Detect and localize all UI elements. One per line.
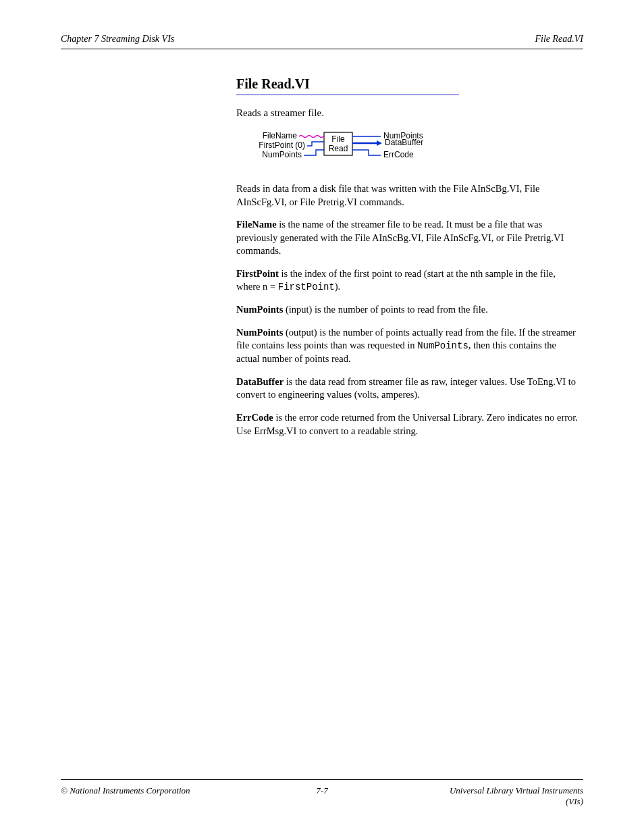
param-filename-desc: is the name of the streamer file to be r… — [236, 219, 564, 256]
param-errcode-name: ErrCode — [236, 412, 273, 423]
wire-numpoints-in — [304, 150, 324, 155]
header-left: Chapter 7 Streaming Disk VIs — [61, 34, 174, 45]
wire-errcode — [352, 150, 381, 155]
vi-diagram: File Read FileName FirstPoint (0) NumPoi… — [236, 128, 583, 166]
section-subtitle: Reads a streamer file. — [236, 107, 583, 119]
footer-left: © National Instruments Corporation — [61, 785, 196, 807]
body-intro: Reads in data from a disk file that was … — [236, 182, 581, 209]
param-databuffer: DataBuffer is the data read from streame… — [236, 375, 581, 402]
wire-filename — [299, 136, 324, 138]
wire-databuffer-arrow — [377, 140, 382, 146]
param-filename-name: FileName — [236, 219, 277, 230]
param-numpoints-out-code: NumPoints — [417, 340, 468, 351]
footer-rule — [61, 779, 583, 780]
section-body: Reads in data from a disk file that was … — [236, 182, 581, 438]
output-label-databuffer: DataBuffer — [385, 138, 423, 147]
input-label-filename: FileName — [263, 131, 298, 140]
output-label-errcode: ErrCode — [383, 150, 414, 159]
param-errcode: ErrCode is the error code returned from … — [236, 411, 581, 438]
param-firstpoint-code: FirstPoint — [278, 282, 335, 292]
page: Chapter 7 Streaming Disk VIs File Read.V… — [0, 0, 644, 834]
input-label-numpoints: NumPoints — [262, 150, 302, 159]
footer-center: 7-7 — [196, 785, 448, 807]
page-footer-block: © National Instruments Corporation 7-7 U… — [61, 766, 583, 807]
section-title: File Read.VI — [236, 76, 583, 92]
footer-right: Universal Library Virtual Instruments (V… — [448, 785, 583, 807]
wire-firstpoint — [307, 142, 324, 146]
param-numpoints-in-desc: (input) is the number of points to read … — [283, 304, 488, 315]
param-firstpoint-name: FirstPoint — [236, 268, 279, 279]
vi-block-label-top: File — [331, 134, 345, 144]
param-errcode-desc: is the error code returned from the Univ… — [236, 412, 578, 436]
page-header: Chapter 7 Streaming Disk VIs File Read.V… — [61, 34, 583, 45]
param-numpoints-out-name: NumPoints — [236, 327, 283, 338]
param-firstpoint-desc2: ). — [335, 281, 340, 292]
input-label-firstpoint: FirstPoint (0) — [259, 140, 305, 150]
section-title-rule — [236, 95, 459, 95]
param-databuffer-name: DataBuffer — [236, 376, 284, 387]
param-firstpoint: FirstPoint is the index of the first poi… — [236, 267, 581, 294]
param-numpoints-out: NumPoints (output) is the number of poin… — [236, 326, 581, 366]
vi-block-label-bottom: Read — [329, 144, 348, 153]
header-right: File Read.VI — [535, 34, 583, 45]
header-rule — [61, 49, 583, 49]
param-numpoints-in: NumPoints (input) is the number of point… — [236, 303, 581, 317]
param-numpoints-in-name: NumPoints — [236, 304, 283, 315]
param-filename: FileName is the name of the streamer fil… — [236, 218, 581, 258]
page-footer: © National Instruments Corporation 7-7 U… — [61, 785, 583, 807]
param-databuffer-desc: is the data read from streamer file as r… — [236, 376, 576, 400]
vi-connector-diagram: File Read FileName FirstPoint (0) NumPoi… — [236, 128, 446, 166]
